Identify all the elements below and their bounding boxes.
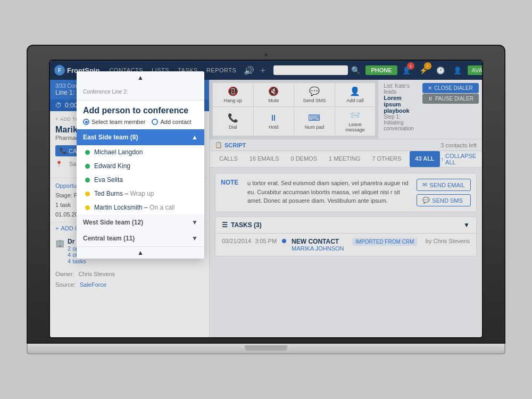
app: F FrontSpin CONTACTS LISTS TASKS REPORTS…	[50, 61, 482, 337]
main-content: 3/33 Conference Line 1: Marika Johnson ⏱…	[50, 80, 482, 337]
popup-backdrop[interactable]	[210, 80, 482, 337]
camera	[264, 53, 268, 56]
right-panel: 📵 Hang up 🔇 Mute 💬 Send SMS	[210, 80, 482, 337]
conference-popup: ▲ Conference Line 2: Add person to confe…	[210, 80, 482, 337]
laptop-notch	[245, 345, 287, 351]
laptop-screen: F FrontSpin CONTACTS LISTS TASKS REPORTS…	[49, 60, 483, 338]
